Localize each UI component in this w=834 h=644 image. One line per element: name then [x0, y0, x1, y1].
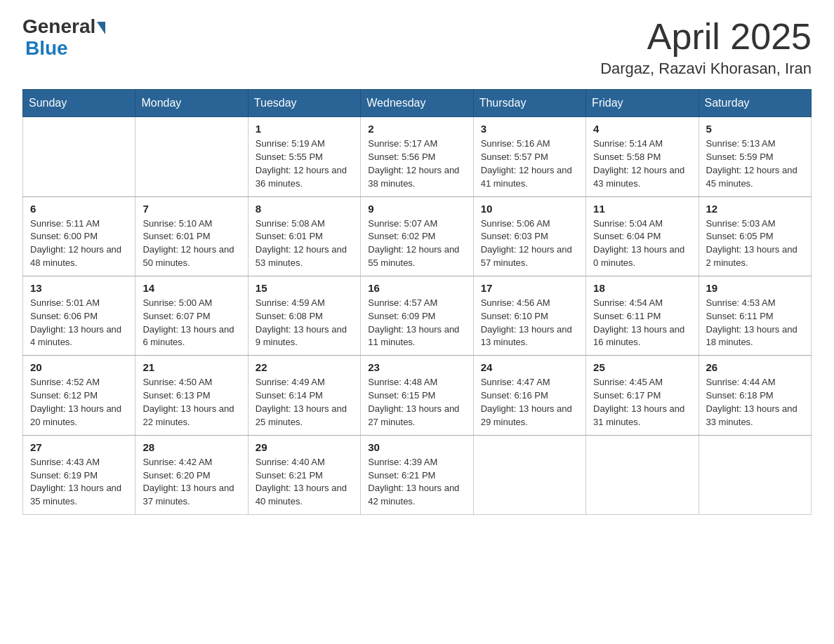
- day-info: Sunrise: 5:19 AMSunset: 5:55 PMDaylight:…: [256, 137, 353, 190]
- calendar-cell: 12Sunrise: 5:03 AMSunset: 6:05 PMDayligh…: [699, 196, 811, 276]
- calendar-header-row: SundayMondayTuesdayWednesdayThursdayFrid…: [23, 90, 812, 117]
- calendar-cell: 11Sunrise: 5:04 AMSunset: 6:04 PMDayligh…: [586, 196, 699, 276]
- calendar-cell: 1Sunrise: 5:19 AMSunset: 5:55 PMDaylight…: [248, 117, 360, 196]
- day-info: Sunrise: 5:01 AMSunset: 6:06 PMDaylight:…: [30, 297, 128, 349]
- day-number: 15: [256, 282, 353, 294]
- calendar-col-friday: Friday: [586, 90, 699, 117]
- page-header: General Blue April 2025 Dargaz, Razavi K…: [22, 17, 812, 78]
- calendar-cell: 19Sunrise: 4:53 AMSunset: 6:11 PMDayligh…: [699, 276, 811, 355]
- day-info: Sunrise: 4:50 AMSunset: 6:13 PMDaylight:…: [143, 376, 240, 429]
- day-info: Sunrise: 4:42 AMSunset: 6:20 PMDaylight:…: [143, 456, 240, 509]
- day-info: Sunrise: 4:44 AMSunset: 6:18 PMDaylight:…: [706, 376, 804, 429]
- calendar-cell: 21Sunrise: 4:50 AMSunset: 6:13 PMDayligh…: [135, 356, 248, 435]
- day-number: 20: [30, 361, 128, 373]
- day-info: Sunrise: 4:45 AMSunset: 6:17 PMDaylight:…: [593, 376, 691, 429]
- calendar-cell: 4Sunrise: 5:14 AMSunset: 5:58 PMDaylight…: [586, 117, 699, 196]
- day-number: 18: [593, 282, 691, 294]
- calendar-week-row: 6Sunrise: 5:11 AMSunset: 6:00 PMDaylight…: [23, 196, 812, 276]
- calendar-cell: 7Sunrise: 5:10 AMSunset: 6:01 PMDaylight…: [135, 196, 248, 276]
- day-info: Sunrise: 5:11 AMSunset: 6:00 PMDaylight:…: [30, 217, 128, 270]
- day-number: 14: [143, 282, 240, 294]
- calendar-week-row: 27Sunrise: 4:43 AMSunset: 6:19 PMDayligh…: [23, 435, 812, 514]
- calendar-cell: [135, 117, 248, 196]
- calendar-cell: 24Sunrise: 4:47 AMSunset: 6:16 PMDayligh…: [473, 356, 585, 435]
- day-number: 28: [143, 441, 240, 453]
- calendar-cell: [473, 435, 585, 514]
- day-number: 2: [368, 123, 465, 135]
- location-title: Dargaz, Razavi Khorasan, Iran: [600, 60, 812, 78]
- calendar-cell: 8Sunrise: 5:08 AMSunset: 6:01 PMDaylight…: [248, 196, 360, 276]
- calendar-table: SundayMondayTuesdayWednesdayThursdayFrid…: [22, 89, 812, 515]
- day-number: 12: [706, 203, 804, 215]
- day-info: Sunrise: 4:43 AMSunset: 6:19 PMDaylight:…: [30, 456, 128, 509]
- day-info: Sunrise: 4:48 AMSunset: 6:15 PMDaylight:…: [368, 376, 465, 429]
- day-number: 30: [368, 441, 465, 453]
- day-number: 24: [481, 361, 578, 373]
- day-info: Sunrise: 5:04 AMSunset: 6:04 PMDaylight:…: [593, 217, 691, 270]
- day-number: 10: [481, 203, 578, 215]
- calendar-cell: 13Sunrise: 5:01 AMSunset: 6:06 PMDayligh…: [23, 276, 135, 355]
- day-number: 16: [368, 282, 465, 294]
- day-info: Sunrise: 5:14 AMSunset: 5:58 PMDaylight:…: [593, 137, 691, 190]
- calendar-cell: 2Sunrise: 5:17 AMSunset: 5:56 PMDaylight…: [361, 117, 473, 196]
- calendar-col-saturday: Saturday: [699, 90, 811, 117]
- calendar-col-thursday: Thursday: [473, 90, 585, 117]
- calendar-cell: [699, 435, 811, 514]
- day-info: Sunrise: 4:54 AMSunset: 6:11 PMDaylight:…: [593, 297, 691, 349]
- day-number: 7: [143, 203, 240, 215]
- calendar-cell: 17Sunrise: 4:56 AMSunset: 6:10 PMDayligh…: [473, 276, 585, 355]
- day-number: 5: [706, 123, 804, 135]
- day-number: 3: [481, 123, 578, 135]
- day-info: Sunrise: 4:59 AMSunset: 6:08 PMDaylight:…: [256, 297, 353, 349]
- day-number: 8: [256, 203, 353, 215]
- logo-blue-text: Blue: [25, 37, 68, 59]
- calendar-col-tuesday: Tuesday: [248, 90, 360, 117]
- day-info: Sunrise: 5:03 AMSunset: 6:05 PMDaylight:…: [706, 217, 804, 270]
- day-number: 26: [706, 361, 804, 373]
- day-info: Sunrise: 4:40 AMSunset: 6:21 PMDaylight:…: [256, 456, 353, 509]
- calendar-cell: 28Sunrise: 4:42 AMSunset: 6:20 PMDayligh…: [135, 435, 248, 514]
- calendar-cell: 10Sunrise: 5:06 AMSunset: 6:03 PMDayligh…: [473, 196, 585, 276]
- calendar-cell: [23, 117, 135, 196]
- day-info: Sunrise: 4:52 AMSunset: 6:12 PMDaylight:…: [30, 376, 128, 429]
- day-number: 4: [593, 123, 691, 135]
- day-number: 13: [30, 282, 128, 294]
- day-info: Sunrise: 4:57 AMSunset: 6:09 PMDaylight:…: [368, 297, 465, 349]
- calendar-cell: 15Sunrise: 4:59 AMSunset: 6:08 PMDayligh…: [248, 276, 360, 355]
- calendar-cell: 30Sunrise: 4:39 AMSunset: 6:21 PMDayligh…: [361, 435, 473, 514]
- day-info: Sunrise: 5:16 AMSunset: 5:57 PMDaylight:…: [481, 137, 578, 190]
- logo: General Blue: [22, 17, 105, 60]
- day-info: Sunrise: 4:47 AMSunset: 6:16 PMDaylight:…: [481, 376, 578, 429]
- calendar-cell: 23Sunrise: 4:48 AMSunset: 6:15 PMDayligh…: [361, 356, 473, 435]
- day-info: Sunrise: 5:08 AMSunset: 6:01 PMDaylight:…: [256, 217, 353, 270]
- calendar-cell: 29Sunrise: 4:40 AMSunset: 6:21 PMDayligh…: [248, 435, 360, 514]
- calendar-cell: [586, 435, 699, 514]
- calendar-cell: 22Sunrise: 4:49 AMSunset: 6:14 PMDayligh…: [248, 356, 360, 435]
- calendar-cell: 27Sunrise: 4:43 AMSunset: 6:19 PMDayligh…: [23, 435, 135, 514]
- day-number: 1: [256, 123, 353, 135]
- day-number: 17: [481, 282, 578, 294]
- month-title: April 2025: [600, 17, 812, 57]
- calendar-col-monday: Monday: [135, 90, 248, 117]
- day-info: Sunrise: 4:53 AMSunset: 6:11 PMDaylight:…: [706, 297, 804, 349]
- calendar-week-row: 1Sunrise: 5:19 AMSunset: 5:55 PMDaylight…: [23, 117, 812, 196]
- day-number: 27: [30, 441, 128, 453]
- calendar-cell: 6Sunrise: 5:11 AMSunset: 6:00 PMDaylight…: [23, 196, 135, 276]
- calendar-cell: 16Sunrise: 4:57 AMSunset: 6:09 PMDayligh…: [361, 276, 473, 355]
- calendar-cell: 14Sunrise: 5:00 AMSunset: 6:07 PMDayligh…: [135, 276, 248, 355]
- calendar-week-row: 13Sunrise: 5:01 AMSunset: 6:06 PMDayligh…: [23, 276, 812, 355]
- calendar-cell: 18Sunrise: 4:54 AMSunset: 6:11 PMDayligh…: [586, 276, 699, 355]
- calendar-cell: 20Sunrise: 4:52 AMSunset: 6:12 PMDayligh…: [23, 356, 135, 435]
- title-section: April 2025 Dargaz, Razavi Khorasan, Iran: [600, 17, 812, 78]
- day-number: 19: [706, 282, 804, 294]
- day-info: Sunrise: 4:39 AMSunset: 6:21 PMDaylight:…: [368, 456, 465, 509]
- calendar-cell: 25Sunrise: 4:45 AMSunset: 6:17 PMDayligh…: [586, 356, 699, 435]
- day-info: Sunrise: 4:49 AMSunset: 6:14 PMDaylight:…: [256, 376, 353, 429]
- calendar-col-wednesday: Wednesday: [361, 90, 473, 117]
- day-number: 23: [368, 361, 465, 373]
- day-number: 9: [368, 203, 465, 215]
- day-info: Sunrise: 4:56 AMSunset: 6:10 PMDaylight:…: [481, 297, 578, 349]
- day-info: Sunrise: 5:00 AMSunset: 6:07 PMDaylight:…: [143, 297, 240, 349]
- day-info: Sunrise: 5:06 AMSunset: 6:03 PMDaylight:…: [481, 217, 578, 270]
- logo-arrow-icon: [97, 22, 105, 34]
